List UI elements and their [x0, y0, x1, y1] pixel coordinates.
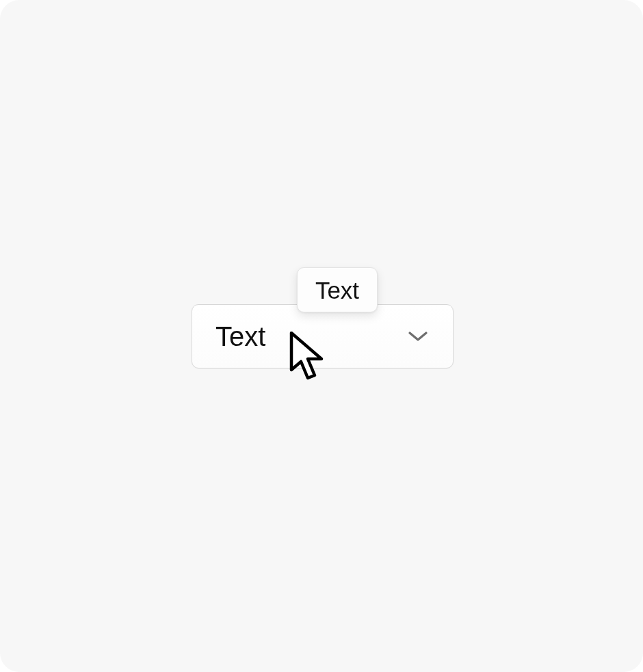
dropdown-value: Text — [215, 323, 265, 350]
chevron-down-icon — [406, 325, 430, 348]
canvas: Text Text — [0, 0, 643, 672]
tooltip: Text — [297, 267, 378, 312]
tooltip-label: Text — [315, 278, 359, 302]
dropdown-control[interactable]: Text — [192, 304, 454, 368]
